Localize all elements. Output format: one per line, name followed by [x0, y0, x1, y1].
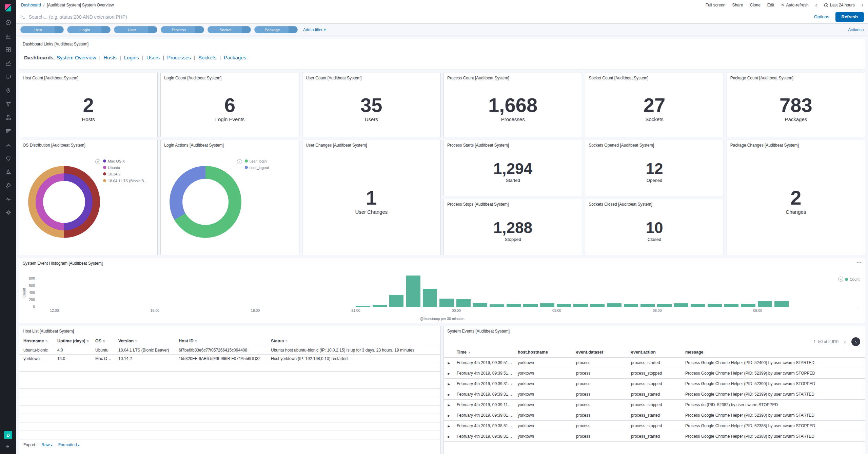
legend-toggle-icon[interactable]: » [237, 159, 242, 164]
histogram-bar[interactable] [708, 304, 722, 307]
histogram-bar[interactable] [724, 304, 738, 307]
dashboard-link-system-overview[interactable]: System Overview [57, 55, 96, 60]
sidebar-item-monitoring[interactable] [0, 192, 16, 206]
panel-options-icon[interactable]: ••• [856, 260, 862, 264]
time-range-button[interactable]: Last 24 hours [824, 3, 855, 7]
expand-row-icon[interactable]: ▶ [448, 435, 450, 438]
col-event-dataset[interactable]: event.dataset [573, 347, 628, 358]
col-host-id[interactable]: Host ID⇅ [176, 336, 268, 346]
sidebar-item-machine-learning[interactable] [0, 97, 16, 111]
histogram-bar[interactable] [356, 306, 370, 307]
filter-pill-login[interactable]: Login [67, 26, 111, 33]
actions-button[interactable]: Actions › [848, 27, 864, 32]
col-event-action[interactable]: event.action [628, 347, 683, 358]
sidebar-item-graph[interactable] [0, 165, 16, 178]
histogram-bar[interactable] [406, 276, 420, 307]
expand-row-icon[interactable]: ▶ [448, 393, 450, 396]
col-host-hostname[interactable]: host.hostname [515, 347, 573, 358]
col-time[interactable]: Time▼ [454, 347, 515, 358]
histogram-bar[interactable] [490, 304, 504, 307]
histogram-bar[interactable] [741, 304, 755, 307]
histogram-bar[interactable] [523, 304, 537, 307]
sidebar-item-infrastructure[interactable] [0, 111, 16, 124]
histogram-bar[interactable] [758, 301, 772, 307]
filter-pill-package[interactable]: Package [254, 26, 298, 33]
histogram-bar[interactable] [774, 301, 789, 307]
time-forward-icon[interactable]: › [862, 2, 863, 8]
col-status[interactable]: Status⇅ [268, 336, 440, 346]
sidebar-item-apm[interactable] [0, 138, 16, 151]
histogram-bar[interactable] [640, 304, 655, 307]
histogram-bar[interactable] [540, 303, 554, 307]
search-input[interactable] [28, 14, 810, 20]
dashboard-link-processes[interactable]: Processes [167, 55, 191, 60]
refresh-button[interactable]: Refresh [835, 12, 864, 22]
histogram-bar[interactable] [389, 295, 403, 307]
histogram-bar[interactable] [373, 305, 387, 307]
histogram-bar[interactable] [657, 304, 671, 307]
sidebar-item-logs[interactable] [0, 124, 16, 138]
export-raw-link[interactable]: Raw▲ [41, 442, 53, 447]
page-next-button[interactable]: › [851, 337, 860, 346]
legend-toggle-icon[interactable]: » [95, 159, 100, 164]
histogram-bar[interactable] [473, 303, 487, 307]
sidebar-item-uptime[interactable] [0, 151, 16, 165]
legend-toggle-icon[interactable]: » [838, 277, 843, 282]
histogram-bar[interactable] [607, 303, 621, 307]
kibana-logo[interactable] [0, 0, 16, 16]
sidebar-item-dev-tools[interactable] [0, 178, 16, 192]
filter-pill-socket[interactable]: Socket [208, 26, 251, 33]
sidebar-item-visualize[interactable] [0, 29, 16, 43]
histogram-bar[interactable] [624, 304, 638, 307]
legend-item[interactable]: 10.14.2 [103, 172, 154, 176]
legend-item[interactable]: Ubuntu [103, 166, 154, 170]
dashboard-link-hosts[interactable]: Hosts [103, 55, 116, 60]
sidebar-item-maps[interactable] [0, 83, 16, 97]
collapse-nav-icon[interactable] [5, 444, 10, 451]
dashboard-link-packages[interactable]: Packages [224, 55, 246, 60]
breadcrumb-dashboard-link[interactable]: Dashboard [21, 3, 41, 7]
os-distribution-donut[interactable] [28, 166, 100, 238]
edit-button[interactable]: Edit [767, 3, 774, 7]
legend-item[interactable]: Mac OS X [103, 159, 154, 164]
histogram-bar[interactable] [573, 304, 588, 307]
sidebar-item-dashboard[interactable] [0, 43, 16, 56]
auto-refresh-button[interactable]: ↻ Auto-refresh [781, 3, 809, 7]
histogram-bar[interactable] [456, 299, 471, 307]
histogram-bar[interactable] [674, 303, 688, 307]
space-avatar[interactable]: D [4, 431, 12, 439]
export-formatted-link[interactable]: Formatted▲ [58, 442, 80, 447]
legend-label[interactable]: Count [850, 277, 860, 281]
filter-pill-host[interactable]: Host [20, 26, 64, 33]
col-os[interactable]: OS⇅ [93, 336, 116, 346]
col-version[interactable]: Version⇅ [116, 336, 176, 346]
col-message[interactable]: message [683, 347, 865, 358]
dashboard-link-users[interactable]: Users [146, 55, 160, 60]
histogram-bar[interactable] [557, 304, 571, 307]
expand-row-icon[interactable]: ▶ [448, 361, 450, 365]
login-actions-donut[interactable] [170, 166, 241, 238]
add-filter-button[interactable]: Add a filter + [303, 27, 326, 32]
legend-item[interactable]: user_login [245, 159, 296, 164]
expand-row-icon[interactable]: ▶ [448, 403, 450, 407]
sidebar-item-discover[interactable] [0, 16, 16, 29]
dashboard-link-sockets[interactable]: Sockets [198, 55, 216, 60]
filter-pill-user[interactable]: User [114, 26, 157, 33]
legend-item[interactable]: user_logout [245, 166, 296, 170]
share-button[interactable]: Share [732, 3, 743, 7]
histogram-bar[interactable] [590, 304, 605, 307]
clone-button[interactable]: Clone [750, 3, 760, 7]
col-hostname[interactable]: Hostname⇅ [19, 336, 55, 346]
expand-row-icon[interactable]: ▶ [448, 414, 450, 417]
sidebar-item-management[interactable] [0, 206, 16, 219]
dashboard-link-logins[interactable]: Logins [124, 55, 139, 60]
filter-pill-process[interactable]: Process [161, 26, 204, 33]
histogram-bar[interactable] [507, 304, 521, 307]
legend-item[interactable]: 18.04.1 LTS (Bionic B... [103, 179, 154, 183]
time-back-icon[interactable]: ‹ [815, 2, 817, 8]
options-button[interactable]: Options [814, 14, 829, 19]
full-screen-button[interactable]: Full screen [706, 3, 726, 7]
expand-row-icon[interactable]: ▶ [448, 372, 450, 375]
page-prev-icon[interactable]: ‹ [843, 338, 847, 345]
expand-row-icon[interactable]: ▶ [448, 382, 450, 386]
